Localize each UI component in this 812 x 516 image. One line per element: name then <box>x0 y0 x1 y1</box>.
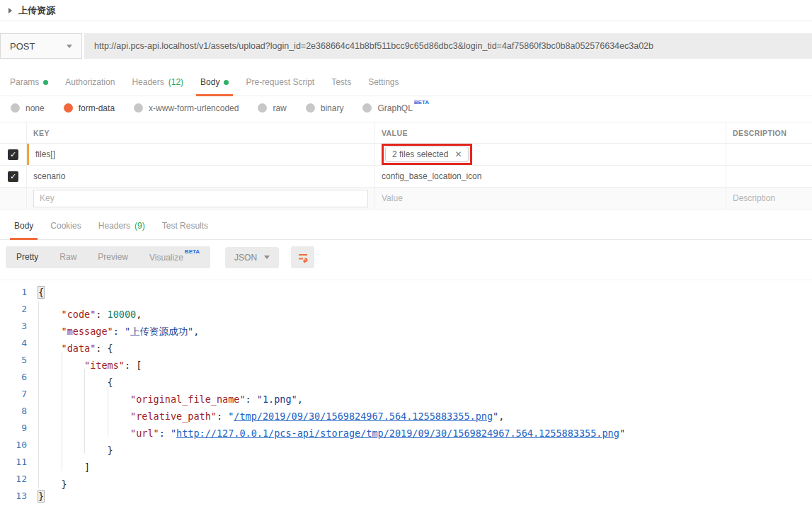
row-checkbox[interactable]: ✓ <box>8 149 18 160</box>
method-select[interactable]: POST <box>0 33 82 59</box>
indent-guide <box>108 403 131 420</box>
view-label: Pretty <box>16 252 38 262</box>
beta-badge: BETA <box>414 99 429 105</box>
line-number: 4 <box>0 335 38 352</box>
bodytype-graphql[interactable]: GraphQLBETA <box>362 103 429 113</box>
line-number: 12 <box>0 471 38 488</box>
method-label: POST <box>10 41 35 52</box>
radio-icon <box>258 103 267 113</box>
bodytype-label: none <box>25 103 45 113</box>
bodytype-none[interactable]: none <box>11 103 45 113</box>
remove-files-icon[interactable]: ✕ <box>454 149 462 159</box>
checkbox-cell-empty <box>0 188 27 209</box>
description-cell[interactable] <box>726 144 812 165</box>
indent-guide <box>62 420 85 437</box>
code-content: "relative_path": "/tmp/2019/09/30/156982… <box>38 403 504 420</box>
new-key-input[interactable] <box>33 190 368 207</box>
indent-guide <box>38 437 62 454</box>
code-content: "url": "http://127.0.0.1/pcs-api/storage… <box>38 420 625 437</box>
collapse-triangle-icon[interactable] <box>8 8 12 13</box>
files-selected-chip[interactable]: 2 files selected✕ <box>385 147 469 162</box>
line-number: 7 <box>0 386 38 403</box>
value-cell[interactable]: config_base_location_icon <box>375 166 726 187</box>
code-line: 5"items": [ <box>0 352 812 369</box>
row-checkbox[interactable]: ✓ <box>8 171 18 182</box>
bodytype-label: raw <box>273 103 286 113</box>
code-line: 4"data": { <box>0 335 812 352</box>
code-line: 8"relative_path": "/tmp/2019/09/30/15698… <box>0 403 812 420</box>
indent-guide <box>62 369 85 386</box>
indent-guide <box>84 369 108 386</box>
radio-icon <box>11 103 20 113</box>
code-link[interactable]: http://127.0.0.1/pcs-api/storage/tmp/201… <box>176 428 619 439</box>
code-token: { <box>38 287 44 298</box>
code-line: 3"message": "上传资源成功", <box>0 318 812 335</box>
bodytype-x-www-form-urlencoded[interactable]: x-www-form-urlencoded <box>134 103 239 113</box>
code-line: 6{ <box>0 369 812 386</box>
view-label: Preview <box>98 252 128 262</box>
tab-settings[interactable]: Settings <box>360 70 407 96</box>
response-tab-cookies[interactable]: Cookies <box>42 214 89 239</box>
bodytype-label: binary <box>321 103 344 113</box>
line-number: 9 <box>0 420 38 437</box>
description-cell[interactable] <box>726 166 812 187</box>
code-line: 2"code": 10000, <box>0 301 812 318</box>
bodytype-label: form-data <box>79 103 115 113</box>
line-number: 2 <box>0 301 38 318</box>
tab-label: Authorization <box>65 77 115 87</box>
new-row: ValueDescription <box>0 188 812 210</box>
code-content: "data": { <box>38 335 113 352</box>
value-cell[interactable]: 2 files selected✕ <box>375 144 726 165</box>
bodytype-raw[interactable]: raw <box>258 103 286 113</box>
line-number: 8 <box>0 403 38 420</box>
view-visualize[interactable]: VisualizeBETA <box>139 246 210 268</box>
code-line: 7"original_file_name": "1.png", <box>0 386 812 403</box>
tab-params[interactable]: Params <box>1 70 57 96</box>
view-pretty[interactable]: Pretty <box>6 246 49 268</box>
indent-guide <box>38 454 62 471</box>
code-line: 13} <box>0 488 812 505</box>
wrap-text-button[interactable] <box>291 246 314 268</box>
view-raw[interactable]: Raw <box>49 246 87 268</box>
tab-tests[interactable]: Tests <box>323 70 360 96</box>
tab-pre-request-script[interactable]: Pre-request Script <box>237 70 323 96</box>
new-value-input[interactable]: Value <box>375 188 726 209</box>
code-token: : <box>159 428 171 439</box>
red-annotation-box: 2 files selected✕ <box>382 144 472 165</box>
format-dropdown[interactable]: JSON <box>225 247 279 268</box>
response-tab-test-results[interactable]: Test Results <box>154 214 217 239</box>
tab-authorization[interactable]: Authorization <box>57 70 123 96</box>
tab-label: Pre-request Script <box>246 77 314 87</box>
view-label: Visualize <box>149 253 183 263</box>
line-number: 3 <box>0 318 38 335</box>
response-tab-headers[interactable]: Headers(9) <box>90 214 154 239</box>
radio-icon <box>134 103 143 113</box>
response-tab-label: Test Results <box>162 221 208 231</box>
line-number: 1 <box>0 284 38 301</box>
tab-body[interactable]: Body <box>192 70 237 96</box>
indent-guide <box>62 386 85 403</box>
key-cell[interactable]: files[] <box>27 144 375 165</box>
line-number: 6 <box>0 369 38 386</box>
header-checkbox-cell <box>0 122 27 143</box>
tab-label: Params <box>10 77 39 87</box>
code-content: } <box>38 471 67 488</box>
url-input[interactable]: http://api.pcs-api.localhost/v1/assets/u… <box>84 33 812 59</box>
response-tab-body[interactable]: Body <box>6 214 42 239</box>
bodytype-binary[interactable]: binary <box>306 103 344 113</box>
tab-headers[interactable]: Headers(12) <box>123 70 192 96</box>
bodytype-label: x-www-form-urlencoded <box>149 103 239 113</box>
code-content: { <box>38 369 113 386</box>
indent-guide <box>62 352 85 369</box>
new-description-input[interactable]: Description <box>726 188 812 209</box>
view-mode-segment: PrettyRawPreviewVisualizeBETA <box>6 246 210 268</box>
code-content: } <box>38 437 113 454</box>
radio-icon <box>362 103 372 113</box>
bodytype-form-data[interactable]: form-data <box>64 103 115 113</box>
radio-icon <box>306 103 315 113</box>
code-token: " <box>171 428 176 439</box>
indent-guide <box>62 403 85 420</box>
view-preview[interactable]: Preview <box>87 246 139 268</box>
key-cell[interactable]: scenario <box>27 166 375 187</box>
tab-label: Settings <box>368 77 399 87</box>
